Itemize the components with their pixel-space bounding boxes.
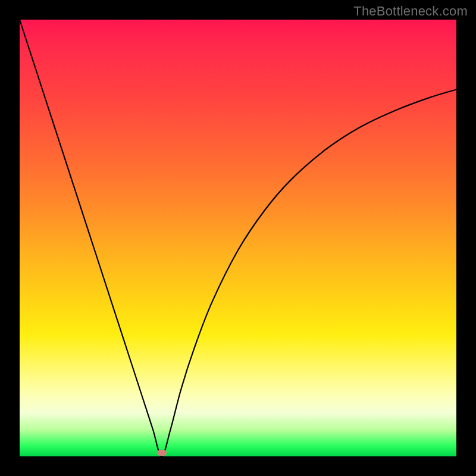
watermark-text: TheBottleneck.com	[353, 4, 468, 19]
bottleneck-curve	[20, 20, 456, 456]
curve-svg	[20, 20, 456, 456]
chart-stage: TheBottleneck.com	[0, 0, 476, 476]
optimal-marker	[157, 450, 167, 456]
plot-area	[20, 20, 456, 456]
